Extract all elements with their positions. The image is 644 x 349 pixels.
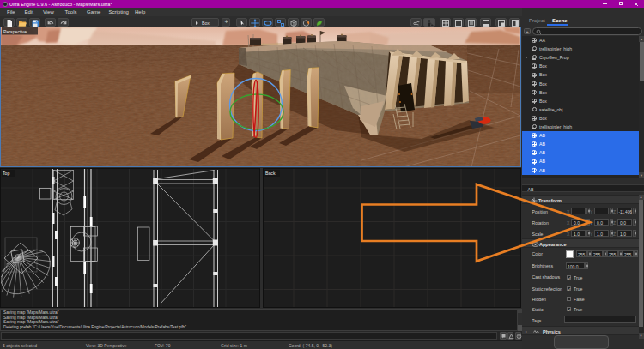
svg-text:Perspective: Perspective: [3, 29, 27, 34]
